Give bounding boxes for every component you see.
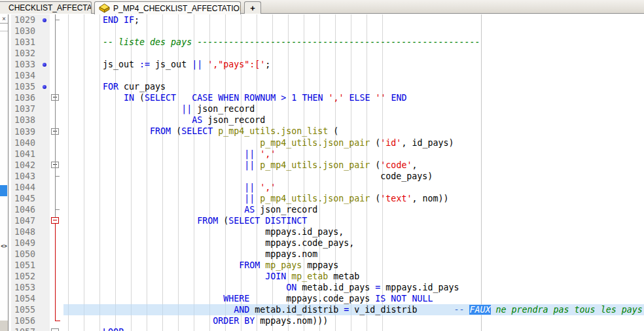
- left-panel-edge: × <>: [0, 14, 9, 331]
- fold-end-tick: [55, 209, 60, 210]
- line-number[interactable]: 1036: [11, 92, 50, 103]
- code-line[interactable]: WHERE mppays.code_pays IS NOT NULL: [63, 293, 644, 304]
- code-glyph-icon: <>: [0, 243, 8, 249]
- code-line[interactable]: [63, 70, 644, 81]
- line-number[interactable]: 1046: [11, 204, 50, 215]
- line-number[interactable]: 1040: [11, 137, 50, 148]
- new-tab-button[interactable]: +: [244, 1, 261, 14]
- code-line[interactable]: IN (SELECT CASE WHEN ROWNUM > 1 THEN ','…: [63, 92, 644, 103]
- line-number[interactable]: 1055: [11, 304, 50, 315]
- tab-label: P_MP4_CHECKLIST_AFFECTATION: [113, 4, 241, 13]
- code-line[interactable]: [63, 26, 644, 37]
- fold-line: [55, 14, 56, 217]
- plsql-ide-window: CHECKLIST_AFFECTATION P_MP4_CHECKLIST_AF…: [0, 0, 644, 331]
- code-line[interactable]: AS json_record: [63, 114, 644, 126]
- line-number[interactable]: 1044: [11, 182, 50, 193]
- line-number[interactable]: 1052: [11, 271, 50, 282]
- fold-end-tick: [55, 20, 60, 20]
- code-line[interactable]: mppays.nom: [63, 249, 644, 260]
- code-line[interactable]: LOOP: [63, 326, 644, 331]
- code-line[interactable]: FOR cur_pays: [63, 81, 644, 92]
- line-number[interactable]: 1037: [11, 103, 50, 114]
- line-number[interactable]: 1047: [11, 215, 50, 226]
- active-fold-line: [55, 224, 56, 321]
- current-code-line[interactable]: AND metab.id_distrib = v_id_distrib -- F…: [63, 304, 644, 315]
- code-line[interactable]: ON metab.id_pays = mppays.id_pays: [63, 282, 644, 293]
- new-tab-label: +: [250, 3, 255, 13]
- line-number[interactable]: 1034: [11, 70, 50, 81]
- code-line[interactable]: FROM (SELECT p_mp4_utils.json_list (: [63, 126, 644, 137]
- line-number[interactable]: 1051: [11, 260, 50, 271]
- code-line[interactable]: || ',': [63, 148, 644, 160]
- code-line[interactable]: mppays.id_pays,: [63, 226, 644, 237]
- selected-text: FAUX: [469, 305, 490, 315]
- tab-p-mp4-checklist-affectation[interactable]: P_MP4_CHECKLIST_AFFECTATION: [94, 1, 241, 14]
- line-number[interactable]: 1048: [11, 226, 50, 237]
- panel-marker: [0, 185, 7, 196]
- line-number[interactable]: 1054: [11, 293, 50, 304]
- line-number[interactable]: 1043: [11, 171, 50, 182]
- line-number[interactable]: 1056: [11, 315, 50, 326]
- tab-bar: CHECKLIST_AFFECTATION P_MP4_CHECKLIST_AF…: [0, 0, 644, 14]
- code-line[interactable]: js_out := js_out || ',"pays":[';: [63, 59, 644, 70]
- line-number[interactable]: 1045: [11, 193, 50, 204]
- line-number[interactable]: 1031: [11, 37, 50, 48]
- tab-checklist-affectation[interactable]: CHECKLIST_AFFECTATION: [0, 1, 92, 14]
- tab-label: CHECKLIST_AFFECTATION: [9, 3, 92, 12]
- code-line[interactable]: [63, 48, 644, 59]
- fold-collapse-box[interactable]: [51, 217, 59, 224]
- line-number[interactable]: 1038: [11, 114, 50, 126]
- code-line[interactable]: JOIN mp_etab metab: [63, 271, 644, 282]
- package-icon: [99, 3, 110, 13]
- code-line[interactable]: AS json_record: [63, 204, 644, 215]
- line-number[interactable]: 1042: [11, 160, 50, 171]
- code-editor[interactable]: × <> 10291030103110321033103410351036103…: [0, 14, 644, 331]
- active-fold-corner: [55, 321, 60, 321]
- code-line[interactable]: FROM (SELECT DISTINCT: [63, 215, 644, 226]
- code-line[interactable]: ORDER BY mppays.nom))): [63, 315, 644, 326]
- line-number[interactable]: 1032: [11, 48, 50, 59]
- code-line[interactable]: || ',': [63, 182, 644, 193]
- code-line[interactable]: p_mp4_utils.json_pair ('id', id_pays): [63, 137, 644, 148]
- line-number[interactable]: 1050: [11, 249, 50, 260]
- execution-marker-dot: [43, 18, 46, 22]
- code-fold-gutter[interactable]: [50, 14, 63, 331]
- line-number[interactable]: 1030: [11, 26, 50, 37]
- code-line[interactable]: END IF;: [63, 14, 644, 26]
- line-number[interactable]: 1049: [11, 237, 50, 249]
- line-number-gutter[interactable]: 1029103010311032103310341035103610371038…: [11, 14, 50, 331]
- code-line[interactable]: FROM mp_pays mppays: [63, 260, 644, 271]
- code-line[interactable]: || p_mp4_utils.json_pair ('code',: [63, 160, 644, 171]
- panel-edge-button: [0, 24, 8, 31]
- code-area[interactable]: END IF; -- liste des pays --------------…: [63, 14, 644, 331]
- code-line[interactable]: mppays.code_pays,: [63, 237, 644, 249]
- close-icon[interactable]: ×: [0, 14, 8, 24]
- code-line[interactable]: || p_mp4_utils.json_pair ('text', nom)): [63, 193, 644, 204]
- fold-collapse-box[interactable]: [51, 328, 59, 331]
- code-line[interactable]: || json_record: [63, 103, 644, 114]
- line-number[interactable]: 1057: [11, 326, 50, 331]
- line-number[interactable]: 1041: [11, 148, 50, 160]
- scroll-corner: [0, 321, 8, 331]
- code-line[interactable]: code_pays): [63, 171, 644, 182]
- fold-end-tick: [55, 176, 60, 177]
- line-number[interactable]: 1039: [11, 126, 50, 137]
- line-number[interactable]: 1053: [11, 282, 50, 293]
- code-line[interactable]: -- liste des pays ----------------------…: [63, 37, 644, 48]
